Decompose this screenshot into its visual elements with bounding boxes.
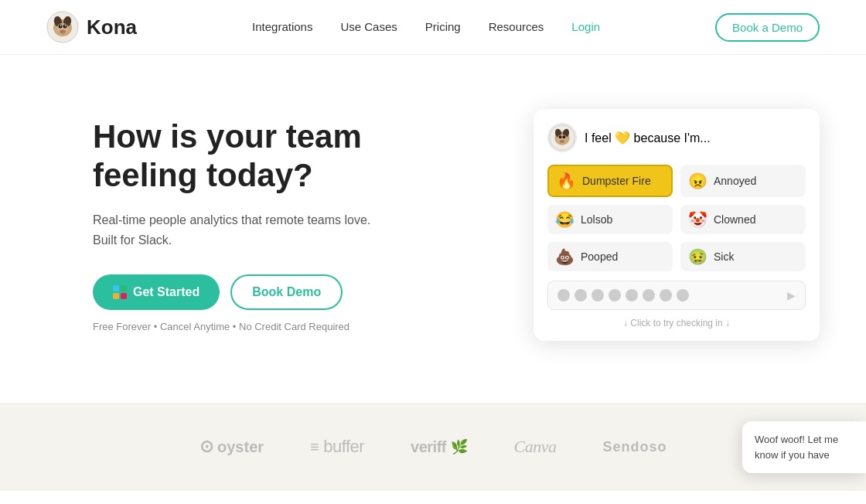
- mood-emoji-dumpster-fire: 🔥: [557, 172, 576, 190]
- mood-emoji-sick: 🤢: [688, 247, 707, 266]
- nav-item-resources[interactable]: Resources: [489, 20, 544, 34]
- chat-icon-3: [592, 289, 604, 301]
- chat-header: I feel 💛 because I'm...: [547, 123, 806, 152]
- hero-buttons: Get Started Book Demo: [93, 274, 387, 310]
- mood-item-pooped[interactable]: 💩 Pooped: [547, 242, 673, 271]
- chat-icon-1: [557, 289, 570, 301]
- hero-headline: How is your team feeling today?: [93, 117, 387, 196]
- mood-item-dumpster-fire[interactable]: 🔥 Dumpster Fire: [547, 165, 673, 197]
- mood-label-pooped: Pooped: [581, 250, 618, 263]
- mood-label-clowned: Clowned: [714, 213, 755, 226]
- book-demo-button[interactable]: Book Demo: [230, 274, 343, 310]
- svg-point-7: [60, 30, 66, 34]
- mood-grid: 🔥 Dumpster Fire 😠 Annoyed 😂 Lolsob 🤡 Clo…: [547, 165, 806, 271]
- hero-left: How is your team feeling today? Real-tim…: [93, 117, 387, 333]
- mood-label-sick: Sick: [714, 250, 734, 263]
- mood-label-annoyed: Annoyed: [714, 175, 756, 187]
- chat-input-icons: [557, 289, 689, 301]
- chat-i-feel: I feel: [585, 131, 612, 145]
- logo-oyster: ⊙ oyster: [199, 437, 264, 457]
- oyster-label: oyster: [217, 438, 264, 456]
- hero-subtext: Real-time people analytics that remote t…: [93, 210, 387, 250]
- nav-item-use-cases[interactable]: Use Cases: [340, 20, 397, 34]
- nav-links: Integrations Use Cases Pricing Resources…: [252, 20, 600, 34]
- nav-item-pricing[interactable]: Pricing: [425, 20, 461, 34]
- chat-icon-6: [643, 289, 655, 301]
- slack-icon: [113, 285, 127, 299]
- mood-item-annoyed[interactable]: 😠 Annoyed: [680, 165, 806, 197]
- get-started-button[interactable]: Get Started: [93, 274, 220, 310]
- mood-label-dumpster-fire: Dumpster Fire: [582, 175, 651, 187]
- svg-point-5: [59, 25, 63, 29]
- navbar: Kona Integrations Use Cases Pricing Reso…: [0, 0, 866, 55]
- chat-avatar: [547, 123, 577, 152]
- chat-card[interactable]: I feel 💛 because I'm... 🔥 Dumpster Fire …: [534, 109, 820, 341]
- canva-label: Canva: [514, 437, 557, 457]
- svg-point-9: [65, 25, 66, 26]
- buffer-label: buffer: [323, 437, 364, 457]
- hero-section: How is your team feeling today? Real-tim…: [0, 55, 866, 403]
- chat-icon-2: [574, 289, 587, 301]
- chat-click-hint: ↓ Click to try checking in ↓: [547, 316, 806, 332]
- logo-veriff: veriff 🌿: [411, 438, 467, 456]
- chat-header-text: I feel 💛 because I'm...: [585, 131, 711, 145]
- mood-emoji-pooped: 💩: [555, 247, 574, 266]
- hero-right: I feel 💛 because I'm... 🔥 Dumpster Fire …: [534, 109, 820, 341]
- chat-heart-emoji: 💛: [615, 131, 633, 145]
- chat-because: because I'm...: [634, 131, 711, 145]
- veriff-leaf-icon: 🌿: [451, 438, 468, 455]
- veriff-label: veriff: [411, 438, 446, 456]
- nav-book-demo-button[interactable]: Book a Demo: [715, 13, 820, 42]
- send-icon: ▶: [787, 289, 796, 301]
- buffer-icon: ≡: [310, 438, 319, 456]
- logos-strip: ⊙ oyster ≡ buffer veriff 🌿 Canva Sendoso: [0, 403, 866, 491]
- logo-sendoso: Sendoso: [602, 439, 667, 455]
- svg-point-6: [63, 25, 67, 29]
- logo-canva: Canva: [514, 437, 557, 457]
- logo-buffer: ≡ buffer: [310, 437, 364, 457]
- chat-icon-5: [626, 289, 638, 301]
- chat-icon-4: [609, 289, 621, 301]
- mood-emoji-lolsob: 😂: [555, 210, 574, 229]
- mood-label-lolsob: Lolsob: [581, 213, 612, 226]
- mood-emoji-clowned: 🤡: [688, 210, 707, 229]
- logo-dog-icon: [46, 11, 79, 43]
- logo-text: Kona: [87, 15, 137, 39]
- chat-popup[interactable]: Woof woof! Let me know if you have: [742, 421, 866, 473]
- chat-icon-7: [660, 289, 672, 301]
- svg-point-8: [60, 25, 62, 26]
- nav-item-login[interactable]: Login: [571, 20, 600, 34]
- hero-fine-print: Free Forever • Cancel Anytime • No Credi…: [93, 321, 387, 332]
- svg-point-17: [560, 140, 564, 143]
- oyster-icon: ⊙: [199, 437, 213, 457]
- logo-link[interactable]: Kona: [46, 11, 137, 43]
- chat-popup-text: Woof woof! Let me know if you have: [755, 434, 838, 461]
- svg-point-15: [559, 135, 562, 138]
- mood-item-lolsob[interactable]: 😂 Lolsob: [547, 205, 673, 234]
- nav-item-integrations[interactable]: Integrations: [252, 20, 312, 34]
- svg-point-16: [562, 135, 565, 138]
- chat-input-bar[interactable]: ▶: [547, 281, 806, 310]
- mood-emoji-annoyed: 😠: [688, 172, 707, 190]
- mood-item-sick[interactable]: 🤢 Sick: [680, 242, 806, 271]
- chat-icon-8: [677, 289, 689, 301]
- sendoso-label: Sendoso: [602, 439, 667, 455]
- mood-item-clowned[interactable]: 🤡 Clowned: [680, 205, 806, 234]
